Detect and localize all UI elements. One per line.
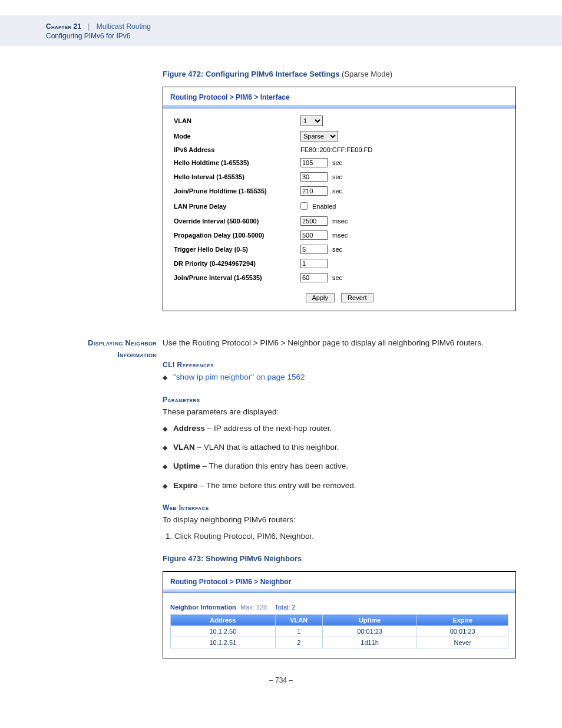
join-prune-holdtime-input[interactable] [300,186,328,196]
step-1: Click Routing Protocol, PIM6, Neighbor. [174,531,516,542]
param-uptime: Uptime – The duration this entry has bee… [173,460,516,472]
col-address: Address [171,615,276,626]
chapter-title: Multicast Routing [97,22,151,31]
join-prune-holdtime-unit: sec [332,187,342,195]
figure-472-caption: Figure 472: Configuring PIMv6 Interface … [163,70,516,78]
cell-uptime: 00:01:23 [322,626,416,637]
param-expire: Expire – The time before this entry will… [173,480,516,492]
param-expire-name: Expire [173,481,197,490]
vlan-select[interactable]: 1 [300,116,323,126]
cell-vlan: 1 [275,626,322,637]
cell-address: 10.1.2.51 [171,637,276,648]
parameters-heading: Parameters [163,396,516,404]
join-prune-interval-unit: sec [332,274,342,281]
web-interface-heading: Web Interface [163,503,516,512]
figure-472-breadcrumb: Routing Protocol > PIM6 > Interface [163,87,515,105]
col-vlan: VLAN [275,615,322,626]
side-heading-line2: Information [117,350,157,359]
figure-473-frame: Routing Protocol > PIM6 > Neighbor Neigh… [163,571,516,658]
chapter-separator: | [83,22,94,31]
figure-473-rule [163,589,515,593]
table-row: 10.1.2.50 1 00:01:23 00:01:23 [171,626,508,637]
lan-prune-delay-checkbox[interactable] [300,202,308,210]
mode-label: Mode [174,133,300,140]
param-address-name: Address [173,424,205,433]
hello-holdtime-unit: sec [332,159,342,166]
figure-472-prefix: Figure 472: [163,70,206,78]
join-prune-holdtime-label: Join/Prune Holdtime (1-65535) [174,187,300,195]
figure-472-frame: Routing Protocol > PIM6 > Interface VLAN… [163,87,516,311]
web-interface-intro: To display neighboring PIMv6 routers: [163,514,516,526]
cell-expire: 00:01:23 [417,626,508,637]
figure-473-breadcrumb: Routing Protocol > PIM6 > Neighbor [163,572,515,589]
section-side-heading: Displaying Neighbor Information [46,337,157,360]
override-interval-input[interactable] [300,216,328,226]
propagation-delay-label: Propagation Delay (100-5000) [174,232,300,239]
chapter-number: 21 [74,22,81,31]
side-heading-line1: Displaying Neighbor [88,338,157,347]
param-uptime-desc: – The duration this entry has been activ… [200,462,348,470]
figure-473-caption: Figure 473: Showing PIMv6 Neighbors [163,554,516,563]
figure-472-rule [163,105,515,108]
param-vlan-name: VLAN [173,443,195,452]
cli-references-heading: CLI References [163,361,516,369]
figure-472-mode: (Sparse Mode) [340,70,393,78]
ipv6-value: FE80::200:CFF:FE00:FD [300,146,372,153]
neighbor-info-label: Neighbor Information [170,604,236,611]
page-number: – 734 – [46,676,516,684]
table-row: 10.1.2.51 2 1d11h Never [171,637,508,648]
lan-prune-delay-text: Enabled [312,203,336,210]
param-vlan-desc: – VLAN that is attached to this neighbor… [195,443,339,452]
revert-button[interactable]: Revert [341,293,373,302]
hello-interval-unit: sec [332,173,342,180]
trigger-hello-delay-unit: sec [332,246,342,253]
figure-473-title: Showing PIMv6 Neighbors [206,554,302,563]
override-interval-unit: msec [332,218,348,225]
join-prune-interval-label: Join/Prune Interval (1-65535) [174,274,300,281]
param-uptime-name: Uptime [173,462,200,470]
param-expire-desc: – The time before this entry will be rem… [197,481,356,490]
parameters-intro: These parameters are displayed: [163,406,516,418]
neighbor-info-total: Total: 2 [269,604,295,611]
apply-button[interactable]: Apply [306,293,335,302]
propagation-delay-unit: msec [332,232,348,239]
hello-interval-input[interactable] [300,172,328,182]
figure-472-title: Configuring PIMv6 Interface Settings [206,70,340,78]
neighbor-info-max: Max: 128 [238,604,267,611]
cell-uptime: 1d11h [322,637,416,648]
section-intro: Use the Routing Protocol > PIM6 > Neighb… [163,337,516,349]
override-interval-label: Override Interval (500-6000) [174,218,300,225]
figure-473-prefix: Figure 473: [163,554,206,563]
param-vlan: VLAN – VLAN that is attached to this nei… [173,442,516,453]
trigger-hello-delay-input[interactable] [300,245,328,254]
propagation-delay-input[interactable] [300,230,328,240]
chapter-label: Chapter [46,22,71,31]
mode-select[interactable]: Sparse [300,131,338,141]
ipv6-label: IPv6 Address [174,146,300,153]
page-header: Chapter 21 | Multicast Routing Configuri… [0,15,562,46]
cell-expire: Never [417,637,508,648]
col-expire: Expire [417,615,508,626]
hello-interval-label: Hello Interval (1-65535) [174,173,300,180]
hello-holdtime-label: Hello Holdtime (1-65535) [174,159,300,166]
cell-vlan: 2 [275,637,322,648]
hello-holdtime-input[interactable] [300,158,328,167]
col-uptime: Uptime [322,615,416,626]
chapter-subtitle: Configuring PIMv6 for IPv6 [46,32,516,40]
lan-prune-delay-label: LAN Prune Delay [174,203,300,210]
param-address-desc: – IP address of the next-hop router. [205,424,332,433]
dr-priority-input[interactable] [300,259,328,268]
neighbor-table: Address VLAN Uptime Expire 10.1.2.50 1 [170,614,508,648]
cli-reference-item: "show ip pim neighbor" on page 1562 [173,371,516,383]
trigger-hello-delay-label: Trigger Hello Delay (0-5) [174,246,300,253]
cell-address: 10.1.2.50 [171,626,276,637]
param-address: Address – IP address of the next-hop rou… [173,423,516,434]
cli-reference-link[interactable]: "show ip pim neighbor" on page 1562 [173,373,305,381]
dr-priority-label: DR Priority (0-4294967294) [174,260,300,267]
join-prune-interval-input[interactable] [300,273,328,282]
vlan-label: VLAN [174,117,300,124]
